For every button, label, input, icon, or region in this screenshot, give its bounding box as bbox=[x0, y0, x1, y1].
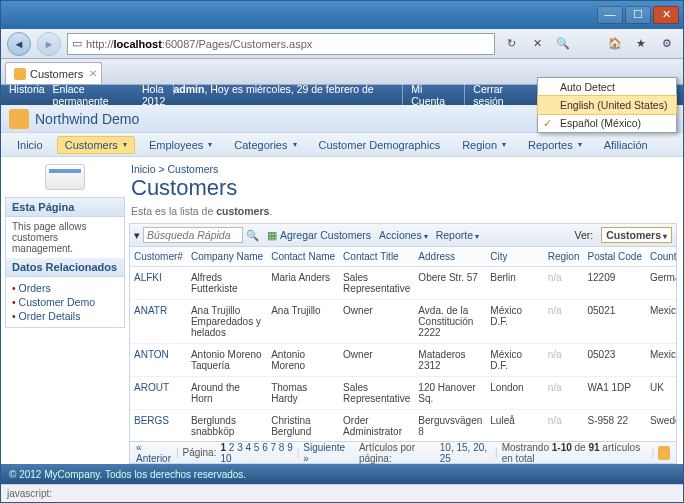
logout-link[interactable]: Cerrar sesión bbox=[473, 83, 503, 107]
page-title: Customers bbox=[129, 175, 677, 205]
home-button[interactable]: 🏠 bbox=[605, 34, 625, 54]
sidebar-link-orders[interactable]: Orders bbox=[19, 282, 51, 294]
main-nav: Inicio Customers Employees Categories Cu… bbox=[1, 133, 683, 157]
page-3[interactable]: 3 bbox=[237, 442, 243, 453]
lang-en-us[interactable]: English (United States) bbox=[537, 95, 677, 115]
close-button[interactable]: ✕ bbox=[653, 6, 679, 24]
col-7[interactable]: Postal Code bbox=[583, 247, 645, 267]
tab-close-icon[interactable]: ✕ bbox=[89, 68, 97, 79]
showing-text: Mostrando 1-10 de 91 artículos en total bbox=[502, 442, 648, 464]
breadcrumb[interactable]: Inicio > Customers bbox=[129, 159, 677, 175]
col-6[interactable]: Region bbox=[544, 247, 584, 267]
favicon bbox=[14, 68, 26, 80]
nav-customers[interactable]: Customers bbox=[57, 136, 135, 154]
pp-10: 10 bbox=[440, 442, 451, 453]
pp-20[interactable]: 20 bbox=[473, 442, 484, 453]
minimize-button[interactable]: — bbox=[597, 6, 623, 24]
pager-next[interactable]: Siguiente » bbox=[303, 442, 345, 464]
forward-button[interactable]: ► bbox=[37, 32, 61, 56]
tools-button[interactable]: ⚙ bbox=[657, 34, 677, 54]
search-icon[interactable]: 🔍 bbox=[553, 34, 573, 54]
page-subtitle: Esta es la lista de customers. bbox=[129, 205, 677, 223]
table-row[interactable]: ANATRAna Trujillo Emparedados y heladosA… bbox=[130, 300, 677, 344]
sidebar-description: This page allows customers management. bbox=[6, 217, 124, 258]
page-6[interactable]: 6 bbox=[262, 442, 268, 453]
page-10[interactable]: 10 bbox=[220, 453, 231, 464]
nav-region[interactable]: Region bbox=[454, 136, 514, 154]
stop-button[interactable]: ✕ bbox=[527, 34, 547, 54]
rss-icon[interactable] bbox=[658, 446, 670, 460]
add-customers-link[interactable]: Agregar Customers bbox=[280, 229, 371, 241]
pager: « Anterior | Página: 1 2 3 4 5 6 7 8 9 1… bbox=[129, 442, 677, 464]
page-icon: ▭ bbox=[72, 37, 82, 50]
nav-reportes[interactable]: Reportes bbox=[520, 136, 590, 154]
search-go-icon[interactable]: 🔍 bbox=[246, 229, 259, 242]
pager-label: Página: bbox=[183, 447, 217, 458]
col-0[interactable]: Customer# bbox=[130, 247, 187, 267]
col-5[interactable]: City bbox=[486, 247, 543, 267]
col-1[interactable]: Company Name bbox=[187, 247, 267, 267]
view-label: Ver: bbox=[574, 229, 593, 241]
language-dropdown: Auto Detect English (United States) Espa… bbox=[537, 77, 677, 133]
history-link[interactable]: Historia bbox=[9, 83, 45, 107]
sidebar-link-order-details[interactable]: Order Details bbox=[19, 310, 81, 322]
pp-25[interactable]: 25 bbox=[440, 453, 451, 464]
col-3[interactable]: Contact Title bbox=[339, 247, 414, 267]
nav-employees[interactable]: Employees bbox=[141, 136, 220, 154]
pager-prev[interactable]: « Anterior bbox=[136, 442, 172, 464]
sidebar-link-customer-demo[interactable]: Customer Demo bbox=[19, 296, 95, 308]
permalink-link[interactable]: Enlace permanente bbox=[53, 83, 142, 107]
back-button[interactable]: ◄ bbox=[7, 32, 31, 56]
page-9[interactable]: 9 bbox=[287, 442, 293, 453]
maximize-button[interactable]: ☐ bbox=[625, 6, 651, 24]
grid-icon bbox=[45, 164, 85, 190]
sidebar: Esta Página This page allows customers m… bbox=[5, 197, 125, 328]
table-row[interactable]: ALFKIAlfreds FutterkisteMaria AndersSale… bbox=[130, 267, 677, 300]
nav-afiliacion[interactable]: Afiliación bbox=[596, 136, 656, 154]
url-text: http://localhost:60087/Pages/Customers.a… bbox=[86, 38, 312, 50]
pp-15[interactable]: 15 bbox=[456, 442, 467, 453]
nav-inicio[interactable]: Inicio bbox=[9, 136, 51, 154]
col-4[interactable]: Address bbox=[414, 247, 486, 267]
table-row[interactable]: ANTONAntonio Moreno TaqueríaAntonio More… bbox=[130, 344, 677, 377]
greeting: Hola admin, Hoy es miércoles, 29 de febr… bbox=[142, 83, 403, 107]
app-title: Northwind Demo bbox=[35, 111, 139, 127]
chevron-down-icon[interactable]: ▾ bbox=[134, 229, 140, 241]
sidebar-section-related: Datos Relacionados bbox=[6, 258, 124, 277]
grid-toolbar: ▾ 🔍 ▦ Agregar Customers Acciones Reporte… bbox=[129, 223, 677, 247]
nav-categories[interactable]: Categories bbox=[226, 136, 304, 154]
favorites-button[interactable]: ★ bbox=[631, 34, 651, 54]
app-logo bbox=[9, 109, 29, 129]
address-bar[interactable]: ▭ http://localhost:60087/Pages/Customers… bbox=[67, 33, 495, 55]
actions-menu[interactable]: Acciones bbox=[379, 229, 428, 241]
quick-search-input[interactable] bbox=[143, 227, 243, 243]
page-1: 1 bbox=[220, 442, 226, 453]
footer: © 2012 MyCompany. Todos los derechos res… bbox=[1, 464, 683, 484]
table-row[interactable]: AROUTAround the HornThomas HardySales Re… bbox=[130, 377, 677, 410]
add-icon: ▦ bbox=[267, 229, 277, 241]
sidebar-section-this-page: Esta Página bbox=[6, 198, 124, 217]
window-titlebar: — ☐ ✕ bbox=[1, 1, 683, 29]
refresh-button[interactable]: ↻ bbox=[501, 34, 521, 54]
col-8[interactable]: Country bbox=[646, 247, 677, 267]
my-account-link[interactable]: Mi Cuenta bbox=[411, 83, 445, 107]
view-selector[interactable]: Customers bbox=[601, 227, 672, 243]
page-7[interactable]: 7 bbox=[271, 442, 277, 453]
table-row[interactable]: BERGSBerglunds snabbköpChristina Berglun… bbox=[130, 410, 677, 443]
lang-auto[interactable]: Auto Detect bbox=[538, 78, 676, 96]
browser-tab[interactable]: Customers ✕ bbox=[5, 62, 102, 84]
col-2[interactable]: Contact Name bbox=[267, 247, 339, 267]
data-grid: Customer#Company NameContact NameContact… bbox=[129, 247, 677, 442]
status-bar: javascript: bbox=[1, 484, 683, 502]
per-page-label: Artículos por página: bbox=[359, 442, 436, 464]
tab-title: Customers bbox=[30, 68, 83, 80]
page-5[interactable]: 5 bbox=[254, 442, 260, 453]
page-8[interactable]: 8 bbox=[279, 442, 285, 453]
page-4[interactable]: 4 bbox=[245, 442, 251, 453]
lang-es-mx[interactable]: Español (México) bbox=[538, 114, 676, 132]
report-menu[interactable]: Reporte bbox=[436, 229, 479, 241]
browser-navbar: ◄ ► ▭ http://localhost:60087/Pages/Custo… bbox=[1, 29, 683, 59]
page-2[interactable]: 2 bbox=[229, 442, 235, 453]
nav-customer-demographics[interactable]: Customer Demographics bbox=[311, 136, 449, 154]
